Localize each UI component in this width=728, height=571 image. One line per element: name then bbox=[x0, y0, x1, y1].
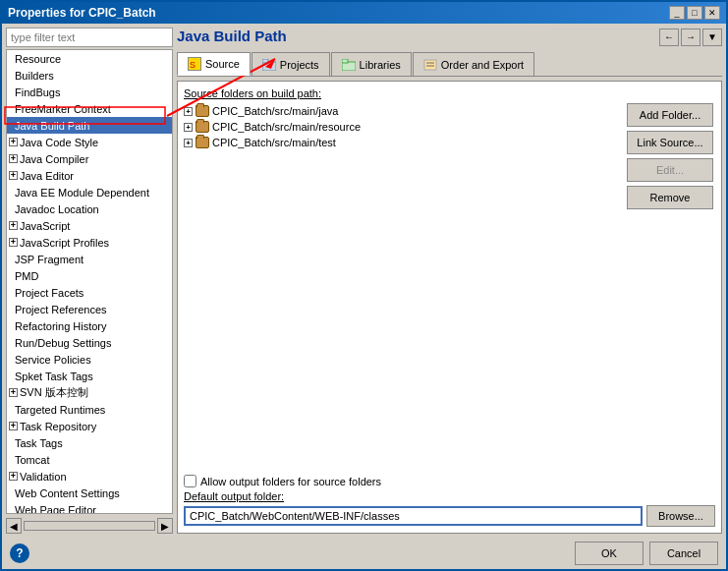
sidebar-item-javascript[interactable]: + JavaScript bbox=[7, 217, 172, 234]
filter-input[interactable] bbox=[6, 28, 173, 47]
remove-button[interactable]: Remove bbox=[627, 186, 713, 209]
sidebar-scrollbar[interactable] bbox=[24, 521, 155, 531]
add-folder-button[interactable]: Add Folder... bbox=[627, 103, 713, 127]
ok-button[interactable]: OK bbox=[575, 542, 644, 565]
bottom-area: Allow output folders for source folders … bbox=[184, 475, 715, 527]
tab-projects[interactable]: Projects bbox=[252, 52, 330, 76]
tab-order-export[interactable]: Order and Export bbox=[413, 52, 534, 76]
sidebar-item-spket[interactable]: Spket Task Tags bbox=[7, 368, 172, 384]
sidebar-item-project-facets[interactable]: Project Facets bbox=[7, 284, 172, 301]
expand-icon: + bbox=[184, 123, 193, 132]
sidebar-item-svn[interactable]: + SVN 版本控制 bbox=[7, 384, 172, 401]
sidebar-nav-right[interactable]: ▶ bbox=[157, 518, 173, 534]
sidebar-item-project-refs[interactable]: Project References bbox=[7, 301, 172, 317]
panel-body: Source folders on build path: + CPIC_Bat… bbox=[177, 81, 722, 534]
sidebar-item-java-compiler[interactable]: + Java Compiler bbox=[7, 150, 172, 167]
sidebar: Resource Builders FindBugs FreeMarker Co… bbox=[6, 28, 173, 534]
expand-icon: + bbox=[9, 388, 18, 397]
expand-icon: + bbox=[9, 171, 18, 180]
expand-icon: + bbox=[9, 138, 18, 146]
sidebar-item-builders[interactable]: Builders bbox=[7, 67, 172, 84]
folder-icon bbox=[196, 137, 209, 148]
nav-forward-button[interactable]: → bbox=[681, 29, 700, 46]
right-buttons: Add Folder... Link Source... Edit... Rem… bbox=[627, 103, 715, 471]
expand-icon: + bbox=[9, 472, 18, 481]
sidebar-list: Resource Builders FindBugs FreeMarker Co… bbox=[6, 49, 173, 514]
source-section-label: Source folders on build path: bbox=[184, 87, 715, 99]
sidebar-item-freemarker[interactable]: FreeMarker Context bbox=[7, 100, 172, 117]
expand-icon: + bbox=[184, 107, 193, 116]
source-tree: + CPIC_Batch/src/main/java + CPIC_Batch/… bbox=[184, 103, 623, 471]
folder-icon bbox=[196, 121, 209, 133]
window-controls: _ □ ✕ bbox=[669, 6, 720, 20]
expand-icon: + bbox=[9, 221, 18, 230]
sidebar-item-targeted-runtimes[interactable]: Targeted Runtimes bbox=[7, 401, 172, 418]
sidebar-item-web-page-editor[interactable]: Web Page Editor bbox=[7, 501, 172, 514]
default-output-input[interactable] bbox=[184, 506, 643, 526]
sidebar-nav-bottom: ◀ ▶ bbox=[6, 518, 173, 534]
expand-icon: + bbox=[9, 238, 18, 247]
link-source-button[interactable]: Link Source... bbox=[627, 131, 713, 154]
sidebar-item-java-build-path[interactable]: Java Build Path bbox=[7, 117, 172, 134]
minimize-button[interactable]: _ bbox=[669, 6, 685, 20]
sidebar-item-jsp[interactable]: JSP Fragment bbox=[7, 251, 172, 267]
tree-item-test[interactable]: + CPIC_Batch/src/main/test bbox=[184, 135, 623, 150]
sidebar-item-resource[interactable]: Resource bbox=[7, 50, 172, 67]
nav-back-button[interactable]: ← bbox=[659, 29, 679, 46]
allow-output-checkbox[interactable] bbox=[184, 475, 196, 487]
sidebar-item-task-tags[interactable]: Task Tags bbox=[7, 434, 172, 451]
sidebar-item-validation[interactable]: + Validation bbox=[7, 468, 172, 485]
sidebar-item-pmd[interactable]: PMD bbox=[7, 267, 172, 284]
projects-tab-icon bbox=[262, 58, 276, 72]
tab-header-row: S Source Projects Librari bbox=[177, 52, 722, 77]
main-panel: Java Build Path ← → ▼ S Source bbox=[177, 28, 722, 534]
sidebar-item-js-profiles[interactable]: + JavaScript Profiles bbox=[7, 234, 172, 251]
output-row: Browse... bbox=[184, 505, 715, 527]
svg-rect-6 bbox=[424, 60, 436, 70]
panel-title: Java Build Path bbox=[177, 28, 287, 44]
help-icon[interactable]: ? bbox=[10, 543, 29, 563]
sidebar-item-task-repo[interactable]: + Task Repository bbox=[7, 418, 172, 434]
sidebar-item-service-policies[interactable]: Service Policies bbox=[7, 351, 172, 368]
allow-output-label: Allow output folders for source folders bbox=[200, 476, 381, 487]
default-output-label: Default output folder: bbox=[184, 490, 715, 502]
title-bar: Properties for CPIC_Batch _ □ ✕ bbox=[2, 2, 726, 24]
svg-rect-5 bbox=[342, 59, 348, 63]
edit-button[interactable]: Edit... bbox=[627, 158, 713, 182]
allow-output-row: Allow output folders for source folders bbox=[184, 475, 715, 487]
nav-dropdown-button[interactable]: ▼ bbox=[702, 29, 722, 46]
window-title: Properties for CPIC_Batch bbox=[8, 6, 156, 20]
sidebar-item-javadoc[interactable]: Javadoc Location bbox=[7, 200, 172, 217]
expand-icon: + bbox=[184, 139, 193, 147]
maximize-button[interactable]: □ bbox=[687, 6, 702, 20]
tree-item-java[interactable]: + CPIC_Batch/src/main/java bbox=[184, 103, 623, 119]
svg-rect-3 bbox=[262, 59, 268, 63]
source-tab-icon: S bbox=[188, 57, 201, 71]
tab-libraries[interactable]: Libraries bbox=[331, 52, 412, 76]
tab-source[interactable]: S Source bbox=[177, 52, 251, 76]
footer: ? OK Cancel bbox=[2, 538, 726, 569]
libraries-tab-icon bbox=[342, 58, 356, 72]
nav-row: ← → ▼ bbox=[659, 29, 722, 46]
svg-text:S: S bbox=[190, 60, 196, 70]
sidebar-item-run-debug[interactable]: Run/Debug Settings bbox=[7, 334, 172, 351]
order-tab-icon bbox=[423, 58, 437, 72]
sidebar-nav-left[interactable]: ◀ bbox=[6, 518, 22, 534]
tree-item-resource[interactable]: + CPIC_Batch/src/main/resource bbox=[184, 119, 623, 135]
sidebar-item-refactoring[interactable]: Refactoring History bbox=[7, 317, 172, 334]
sidebar-item-java-ee[interactable]: Java EE Module Dependent bbox=[7, 184, 172, 200]
expand-icon: + bbox=[9, 422, 18, 430]
close-button[interactable]: ✕ bbox=[704, 6, 720, 20]
browse-button[interactable]: Browse... bbox=[646, 505, 715, 527]
sidebar-item-java-code-style[interactable]: + Java Code Style bbox=[7, 134, 172, 150]
sidebar-item-tomcat[interactable]: Tomcat bbox=[7, 451, 172, 468]
folder-icon bbox=[196, 105, 209, 117]
sidebar-item-web-content[interactable]: Web Content Settings bbox=[7, 485, 172, 501]
sidebar-item-findbugs[interactable]: FindBugs bbox=[7, 84, 172, 100]
main-content-wrapper: + CPIC_Batch/src/main/java + CPIC_Batch/… bbox=[184, 103, 715, 471]
cancel-button[interactable]: Cancel bbox=[649, 542, 718, 565]
expand-icon: + bbox=[9, 154, 18, 163]
sidebar-item-java-editor[interactable]: + Java Editor bbox=[7, 167, 172, 184]
